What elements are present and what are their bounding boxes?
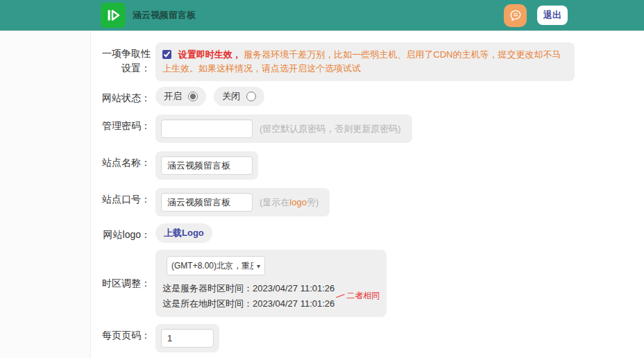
site-slogan-box: (显示在logo旁) [155,188,330,216]
local-time-line: 这是所在地时区时间：2023/04/27 11:01:26 [162,296,334,311]
row-timezone: 时区调整： (GMT+8.00)北京，重庆，香 ▾ 这是服务器时区时间：2023… [91,250,644,317]
instant-setting-box: 设置即时生效， 服务器环境千差万别，比如一些弱主机、启用了CDN的主机等，提交更… [155,42,575,81]
slogan-hint-logo-word: logo [289,197,307,207]
row-site-slogan: 站点口号： (显示在logo旁) [91,188,644,216]
site-status-on-label: 开启 [164,90,182,103]
times-equal-note: 二者相同 [336,290,380,302]
timezone-select-value: (GMT+8.00)北京，重庆，香 [171,260,253,272]
site-status-on-option[interactable]: 开启 [155,87,206,106]
site-status-on-radio[interactable] [188,92,198,101]
page-size-input[interactable] [161,329,214,348]
admin-password-box: (留空默认原密码，否则更新原密码) [155,114,412,143]
timezone-times: 这是服务器时区时间：2023/04/27 11:01:26 这是所在地时区时间：… [162,281,334,311]
chevron-down-icon: ▾ [257,262,260,270]
timezone-box: (GMT+8.00)北京，重庆，香 ▾ 这是服务器时区时间：2023/04/27… [155,250,387,317]
admin-settings-page: 涵云视频留言板 退出 一项争取性设置： 设置即时生效， 服务器环境千差万别，比如… [0,0,644,358]
site-slogan-hint: (显示在logo旁) [260,196,319,209]
row-site-logo: 网站logo： 上载Logo [91,223,644,243]
local-time-value: 2023/04/27 11:01:26 [253,298,334,309]
play-logo-icon [105,7,121,24]
site-logo-label: 网站logo： [98,223,151,242]
site-name-label: 站点名称： [98,151,151,170]
app-title: 涵云视频留言板 [133,9,196,22]
settings-form: 一项争取性设置： 设置即时生效， 服务器环境千差万别，比如一些弱主机、启用了CD… [90,31,644,358]
timezone-label: 时区调整： [98,276,151,291]
site-status-label: 网站状态： [98,87,151,105]
chat-bubble-icon [509,8,523,22]
site-status-off-label: 关闭 [222,90,240,103]
page-size-box [155,324,219,352]
row-site-name: 站点名称： [91,151,644,180]
row-page-size: 每页页码： [91,324,644,352]
message-button[interactable] [504,4,527,27]
admin-password-label: 管理密码： [98,114,151,133]
site-name-input[interactable] [161,156,253,175]
instant-setting-label: 一项争取性设置： [98,42,151,76]
admin-password-input[interactable] [161,119,253,138]
site-slogan-label: 站点口号： [98,188,151,207]
site-slogan-input[interactable] [161,193,253,212]
instant-setting-checkbox[interactable] [162,50,171,59]
site-status-off-radio[interactable] [246,92,256,101]
instant-setting-bold-text: 设置即时生效， [178,49,242,60]
logout-button[interactable]: 退出 [537,6,568,25]
admin-password-hint: (留空默认原密码，否则更新原密码) [260,123,401,135]
site-status-off-option[interactable]: 关闭 [214,87,264,106]
top-header: 涵云视频留言板 退出 [0,0,644,31]
row-site-status: 网站状态： 开启 关闭 [91,87,644,106]
row-admin-password: 管理密码： (留空默认原密码，否则更新原密码) [91,114,644,143]
header-actions: 退出 [504,4,568,27]
site-name-box [155,151,258,180]
timezone-select[interactable]: (GMT+8.00)北京，重庆，香 ▾ [167,256,265,275]
page-size-label: 每页页码： [98,324,151,343]
server-time-line: 这是服务器时区时间：2023/04/27 11:01:26 [162,281,334,296]
server-time-value: 2023/04/27 11:01:26 [253,283,334,293]
row-instant-setting: 一项争取性设置： 设置即时生效， 服务器环境千差万别，比如一些弱主机、启用了CD… [91,42,644,81]
upload-logo-button[interactable]: 上载Logo [155,223,212,243]
app-logo[interactable] [101,3,126,28]
